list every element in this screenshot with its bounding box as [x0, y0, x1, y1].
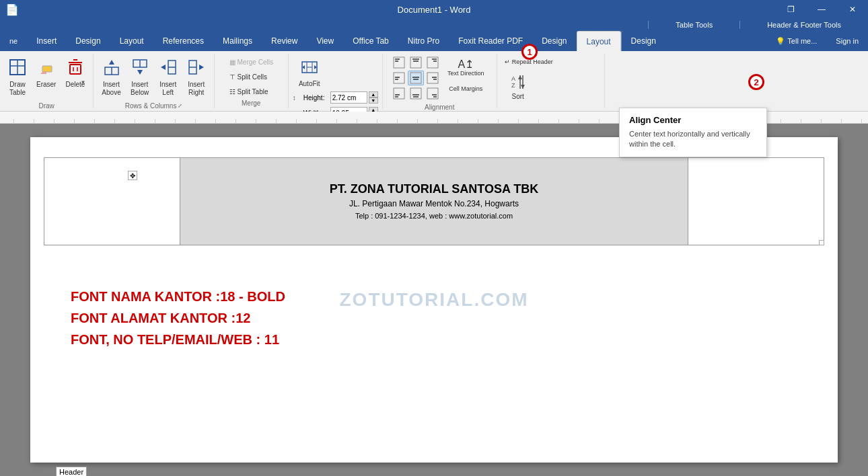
svg-marker-4	[40, 72, 46, 74]
insert-below-icon	[131, 58, 149, 79]
align-grid-container	[391, 55, 441, 101]
tab-sign-in[interactable]: Sign in	[826, 31, 868, 51]
merge-group-label: Merge	[219, 100, 284, 107]
svg-text:Z: Z	[511, 82, 515, 89]
table-row: PT. ZONA TUTORIAL SANTOSA TBK JL. Pertig…	[44, 158, 824, 245]
badge-1: 1	[521, 44, 538, 60]
tab-table-design[interactable]: Design	[532, 31, 576, 51]
tab-nitro[interactable]: Nitro Pro	[398, 31, 449, 51]
insert-right-button[interactable]: InsertRight	[183, 55, 210, 101]
delete-icon	[66, 58, 85, 79]
align-top-right-button[interactable]	[425, 55, 441, 70]
tab-tell-me[interactable]: 💡 Tell me...	[766, 31, 826, 51]
merge-cells-icon: ▦	[229, 58, 236, 66]
align-bottom-left-button[interactable]	[391, 86, 407, 101]
app-icon: 📄	[5, 3, 19, 16]
insert-left-button[interactable]: InsertLeft	[155, 55, 182, 101]
insert-below-button[interactable]: InsertBelow	[126, 55, 153, 101]
tab-design[interactable]: Design	[66, 31, 110, 51]
eraser-button[interactable]: Eraser	[32, 55, 60, 101]
tab-hf-design[interactable]: Design	[621, 31, 665, 51]
tab-office[interactable]: Office Tab	[343, 31, 398, 51]
height-input[interactable]	[330, 91, 367, 104]
tab-references[interactable]: References	[153, 31, 213, 51]
ribbon-tabs-row: ne Insert Design Layout References Maili…	[0, 31, 868, 51]
svg-rect-40	[410, 73, 421, 83]
window-controls: ❐ — ✕	[775, 0, 868, 19]
tab-foxit[interactable]: Foxit Reader PDF	[449, 31, 532, 51]
svg-marker-58	[518, 75, 522, 79]
alignment-group: A↥ Text Direction Cell Margins Alignment	[383, 54, 497, 108]
split-cells-icon: ⊤	[229, 73, 236, 81]
tab-mailings[interactable]: Mailings	[213, 31, 262, 51]
close-button[interactable]: ✕	[837, 0, 868, 19]
restore-button[interactable]: ❐	[775, 0, 806, 19]
align-middle-right-button[interactable]	[425, 71, 441, 85]
cell-margins-label: Cell Margins	[449, 86, 482, 93]
insert-above-button[interactable]: InsertAbove	[98, 55, 124, 101]
page: ✥ PT. ZONA TUTORIAL SANTOSA TBK JL. Pert…	[30, 137, 838, 463]
alignment-group-label: Alignment	[387, 104, 493, 111]
tab-insert[interactable]: Insert	[27, 31, 66, 51]
svg-marker-21	[199, 65, 204, 70]
tab-view[interactable]: View	[307, 31, 343, 51]
sort-area: A Z Sort	[501, 70, 535, 107]
draw-group-content: DrawTable Eraser	[4, 55, 89, 101]
align-bottom-right-button[interactable]	[425, 86, 441, 101]
svg-marker-60	[521, 85, 525, 89]
autofit-area: AutoFit	[293, 55, 326, 89]
rows-columns-content: InsertAbove InsertBelow	[98, 55, 209, 101]
svg-marker-15	[137, 70, 143, 75]
split-cells-button[interactable]: ⊤ Split Cells	[226, 70, 270, 83]
draw-table-label: DrawTable	[9, 81, 26, 97]
split-table-button[interactable]: ☷ Split Table	[226, 85, 272, 98]
draw-table-icon	[8, 58, 27, 79]
title-bar-text: Document1 - Word	[398, 5, 471, 15]
rows-columns-expand-icon[interactable]: ⤢	[178, 103, 182, 109]
minimize-button[interactable]: —	[806, 0, 837, 19]
annotation-line-2: FONT ALAMAT KANTOR :12	[71, 307, 797, 329]
eraser-label: Eraser	[36, 81, 56, 89]
split-cells-label: Split Cells	[238, 73, 267, 81]
split-table-label: Split Table	[238, 88, 268, 95]
tab-layout-main[interactable]: Layout	[110, 31, 153, 51]
align-top-center-button[interactable]	[408, 55, 424, 70]
merge-group: ▦ Merge Cells ⊤ Split Cells ☷ Split Tabl…	[215, 54, 289, 108]
align-top-left-button[interactable]	[391, 55, 407, 70]
text-direction-icon: A↥	[458, 58, 474, 71]
sort-button[interactable]: A Z Sort	[501, 70, 535, 107]
tab-table-layout[interactable]: Layout	[577, 31, 621, 51]
svg-text:A: A	[511, 75, 515, 82]
header-table: PT. ZONA TUTORIAL SANTOSA TBK JL. Pertig…	[44, 157, 824, 245]
sort-icon: A Z	[509, 73, 528, 93]
header-table-container: PT. ZONA TUTORIAL SANTOSA TBK JL. Pertig…	[44, 157, 824, 245]
height-spin-up[interactable]: ▲	[369, 91, 378, 97]
svg-rect-3	[42, 66, 52, 72]
tab-review[interactable]: Review	[262, 31, 307, 51]
header-footer-tools-label: Header & Footer Tools	[739, 21, 868, 29]
cell-margins-button[interactable]: Cell Margins	[443, 83, 489, 102]
height-spin: ▲ ▼	[369, 91, 378, 104]
sort-label: Sort	[512, 93, 524, 101]
autofit-button[interactable]: AutoFit	[293, 55, 326, 89]
table-move-handle[interactable]: ✥	[128, 171, 137, 180]
text-direction-button[interactable]: A↥ Text Direction	[443, 55, 489, 82]
tab-ne[interactable]: ne	[0, 31, 27, 51]
merge-group-content: ▦ Merge Cells ⊤ Split Cells ☷ Split Tabl…	[226, 55, 277, 98]
rows-columns-group: InsertAbove InsertBelow	[94, 54, 214, 108]
text-dir-margins: A↥ Text Direction Cell Margins	[443, 55, 489, 102]
split-table-icon: ☷	[229, 88, 236, 95]
align-bottom-center-button[interactable]	[408, 86, 424, 101]
company-contact: Telp : 091-1234-1234, web : www.zotutori…	[187, 210, 681, 223]
svg-rect-5	[70, 65, 81, 74]
delete-button[interactable]: Delete ▼	[61, 55, 89, 101]
insert-right-icon	[187, 58, 206, 79]
height-spin-down[interactable]: ▼	[369, 97, 378, 104]
merge-cells-button[interactable]: ▦ Merge Cells	[226, 55, 277, 69]
eraser-icon	[37, 58, 56, 79]
table-resize-handle[interactable]	[819, 240, 824, 245]
company-cell: PT. ZONA TUTORIAL SANTOSA TBK JL. Pertig…	[180, 158, 688, 245]
align-middle-left-button[interactable]	[391, 71, 407, 85]
draw-table-button[interactable]: DrawTable	[4, 55, 31, 101]
align-center-button[interactable]	[408, 71, 424, 85]
